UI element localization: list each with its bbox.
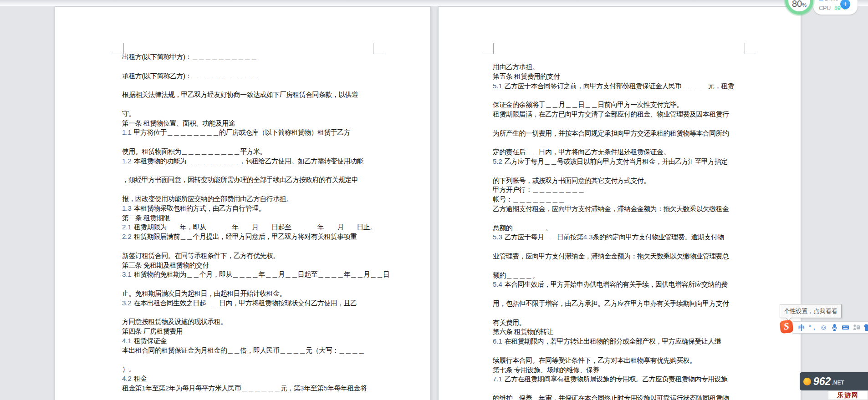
watermark-number: 962: [813, 375, 831, 388]
sogou-logo-icon[interactable]: S: [780, 320, 794, 334]
document-line: 保证金的余额将于＿＿月＿＿日＿＿日前向甲方一次性支付完毕。: [493, 100, 734, 110]
document-line: 第七条 专用设施、场地的维修、保养: [493, 365, 734, 375]
skin-shirt-icon[interactable]: [863, 324, 868, 331]
document-line: 第二条 租赁期限: [122, 213, 389, 223]
document-line: 1.3本租赁物采取包租的方式，由乙方自行管理。: [122, 204, 389, 213]
page-right-lines: 用由乙方承担。第五条 租赁费用的支付5.1乙方应于本合同签订之前，向甲方支付部份…: [493, 62, 734, 400]
document-line: 乙方逾期支付租金，应向甲方支付滞纳金，滞纳金金额为：拖欠天数乘以欠缴租金: [493, 204, 734, 214]
performance-stats-pill: 17ms CPU 89℃: [813, 0, 858, 15]
document-line: 第四条 厂房租赁费用: [122, 327, 389, 336]
document-line: 用由乙方承担。: [493, 62, 734, 72]
handwriting-person-icon[interactable]: [853, 324, 860, 331]
document-line: 用，包括但不限于增容，由乙方承担。乙方应在甲方申办有关手续期间向甲方支付: [493, 299, 734, 309]
keyboard-icon[interactable]: [842, 324, 849, 331]
document-line: 5.3乙方应于每月＿＿日前按第4.3条的约定向甲方支付物业管理费。逾期支付物: [493, 233, 734, 242]
performance-percent: 80%: [792, 0, 807, 9]
document-line: 5.2乙方应于每月＿＿号或该日以前向甲方支付当月租金，并由乙方汇至甲方指定: [493, 157, 734, 167]
watermark-site-name: 乐游网: [828, 390, 868, 400]
document-line: 甲方开户行：＿＿＿＿＿＿＿＿: [493, 185, 734, 195]
document-line: 额的＿＿＿＿。: [493, 271, 734, 280]
watermark-tld: .NET: [832, 380, 844, 386]
ime-tooltip: 个性设置，点我看看: [780, 304, 842, 318]
document-line: 的下列帐号，或按双方书面同意的其它支付方式支付。: [493, 176, 734, 186]
document-line: 业管理费，应向甲方支付滞纳金，滞纳金金额为：拖欠天数乘以欠缴物业管理费总: [493, 252, 734, 261]
document-line: 守。: [122, 109, 389, 119]
document-line: 根据相关法律法规，甲乙双方经友好协商一致达成如下厂房租赁合同条款，以供遵: [122, 90, 389, 100]
watermark-dot-icon: [803, 378, 811, 385]
document-line: 第五条 租赁费用的支付: [493, 72, 734, 81]
emoji-icon[interactable]: ☺: [820, 324, 827, 331]
punctuation-mode-icon[interactable]: °，: [809, 324, 817, 331]
document-line: 帐号：＿＿＿＿＿＿＿＿: [493, 195, 734, 204]
document-line: 报，因改变使用功能所应交纳的全部费用由乙方自行承担。: [122, 194, 389, 204]
document-line: 第三条 免租期及租赁物的交付: [122, 261, 389, 270]
page-left-lines: 出租方(以下简称甲方)：＿＿＿＿＿＿＿＿＿＿承租方(以下简称乙方)：＿＿＿＿＿＿…: [122, 52, 389, 393]
document-line: 4.2租金: [122, 374, 389, 384]
document-line: ）。: [122, 365, 389, 374]
document-line: 4.1租赁保证金: [122, 336, 389, 346]
ime-toolbar[interactable]: 中 °， ☺: [792, 321, 868, 334]
document-line: 租金第1年至第2年为每月每平方米人民币＿＿＿＿＿＿元，第3年至第5年每年租金将: [122, 384, 389, 393]
document-line: 出租方(以下简称甲方)：＿＿＿＿＿＿＿＿＿＿: [122, 52, 389, 62]
document-line: 3.2在本出租合同生效之日起＿＿日内，甲方将租赁物按现状交付乙方使用，且乙: [122, 299, 389, 308]
document-line: 的维护、保养、年审，并保证在本合同终止时专用设施以可靠运行状态随同租赁物: [493, 394, 734, 400]
microphone-icon[interactable]: [831, 324, 838, 331]
document-line: 5.1乙方应于本合同签订之前，向甲方支付部份租赁保证金人民币＿＿＿＿元，租赁: [493, 81, 734, 91]
document-line: 有关费用。: [493, 318, 734, 328]
document-line: 1.2本租赁物的功能为＿＿＿＿＿＿＿＿，包租给乙方使用。如乙方需转变使用功能: [122, 157, 389, 166]
network-latency: 17ms: [819, 0, 838, 2]
document-line: 续履行本合同。在同等受让条件下，乙方对本出租物享有优先购买权。: [493, 356, 734, 365]
watermark-962net[interactable]: 962 .NET 乐游网: [800, 372, 868, 400]
cpu-label: CPU: [819, 5, 831, 11]
document-line: 6.1在租赁期限内，若甲方转让出租物的部分或全部产权，甲方应确保受让人继: [493, 337, 734, 346]
document-line: 止。免租期届满次日为起租日，由起租日开始计收租金。: [122, 289, 389, 299]
document-line: 承租方(以下简称乙方)：＿＿＿＿＿＿＿＿＿＿: [122, 71, 389, 81]
document-line: 租赁期限届满，在乙方已向甲方交清了全部应付的租金、物业管理费及因本租赁行: [493, 110, 734, 119]
document-line: 定的责任后＿＿日内，甲方将向乙方无条件退还租赁保证金。: [493, 147, 734, 157]
chinese-mode-icon[interactable]: 中: [798, 324, 806, 331]
signal-icon: [819, 0, 823, 0]
document-line: 5.4本合同生效后，甲方开始申办供电增容的有关手续，因供电增容所应交纳的费: [493, 280, 734, 289]
margin-corner-mark: [745, 43, 756, 54]
document-line: 方同意按租赁物及设施的现状承租。: [122, 317, 389, 327]
document-line: ，须经甲方书面同意，因转变功能所需办理的全部手续由乙方按政府的有关规定申: [122, 175, 389, 185]
document-line: 使用。租赁物面积为＿＿＿＿＿＿＿＿＿平方米。: [122, 147, 389, 157]
margin-corner-mark: [482, 43, 494, 54]
window-top-edge: [0, 0, 868, 6]
document-line: 2.2租赁期限届满前＿＿个月提出，经甲方同意后，甲乙双方将对有关租赁事项重: [122, 232, 389, 242]
document-line: 新签订租赁合同。在同等承租条件下，乙方有优先权。: [122, 251, 389, 261]
document-line: 第一条 租赁物位置、面积、功能及用途: [122, 119, 389, 128]
document-line: 本出租合同的租赁保证金为月租金的＿＿倍，即人民币＿＿＿＿元（大写：＿＿＿＿: [122, 346, 389, 355]
document-line: 为所产生的一切费用，并按本合同规定承担向甲方交还承租的租赁物等本合同所约: [493, 129, 734, 138]
document-line: 总额的＿＿＿＿＿。: [493, 223, 734, 233]
document-line: 第六条 租赁物的转让: [493, 327, 734, 337]
watermark-badge: 962 .NET: [800, 372, 868, 390]
document-line: 7.1乙方在租赁期间享有租赁物所属设施的专用权。乙方应负责租赁物内专用设施: [493, 375, 734, 384]
document-line: 1.1甲方将位于＿＿＿＿＿＿＿＿的厂房或仓库（以下简称租赁物）租赁于乙方: [122, 128, 389, 137]
document-line: 2.1租赁期限为＿＿年，即从＿＿＿＿年＿＿月＿＿日起至＿＿＿＿年＿＿月＿＿日止。: [122, 223, 389, 232]
document-line: 3.1租赁物的免租期为＿＿个月，即从＿＿＿＿年＿＿月＿＿日起至＿＿＿＿年＿＿月＿…: [122, 270, 389, 279]
